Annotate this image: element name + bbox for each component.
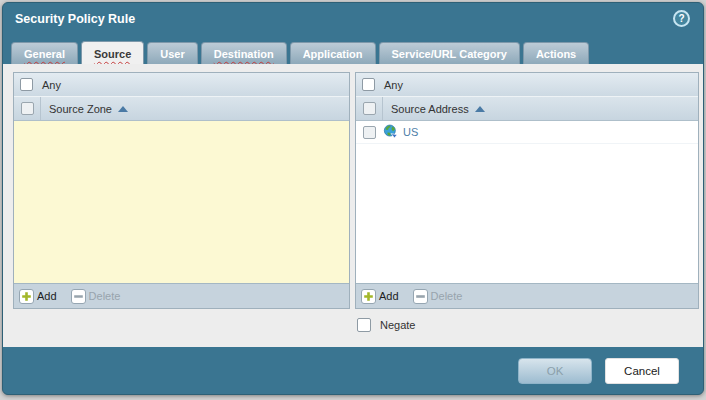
dialog-titlebar: Security Policy Rule ?	[3, 3, 703, 34]
source-zone-add-button[interactable]: Add	[19, 289, 57, 304]
source-address-select-all-cell	[356, 97, 383, 120]
source-zone-add-label: Add	[37, 290, 57, 302]
sort-ascending-icon	[118, 106, 128, 112]
source-address-select-all-checkbox[interactable]	[363, 102, 376, 115]
source-zone-select-all-checkbox[interactable]	[21, 102, 34, 115]
source-zone-column-label: Source Zone	[49, 103, 112, 115]
tab-application[interactable]: Application	[290, 42, 376, 64]
negate-checkbox[interactable]	[357, 318, 371, 332]
tab-general[interactable]: General	[11, 42, 78, 64]
tab-general-label: General	[24, 48, 65, 60]
cancel-button[interactable]: Cancel	[605, 358, 679, 384]
tab-strip: General Source User Destination Applicat…	[3, 34, 703, 64]
source-zone-column-header[interactable]: Source Zone	[41, 97, 128, 120]
tab-destination[interactable]: Destination	[201, 42, 287, 64]
negate-row: Negate	[357, 318, 415, 332]
source-address-row-checkbox-cell	[356, 126, 383, 139]
ok-button-label: OK	[547, 365, 564, 377]
source-address-column-label: Source Address	[391, 103, 469, 115]
tab-source-label: Source	[94, 48, 131, 60]
source-address-add-label: Add	[379, 290, 399, 302]
tab-actions-label: Actions	[536, 48, 576, 60]
negate-label: Negate	[380, 319, 415, 331]
source-address-delete-button[interactable]: Delete	[413, 289, 463, 304]
ok-button[interactable]: OK	[518, 358, 592, 384]
source-address-panel: Any Source Address	[355, 72, 699, 309]
source-zone-any-row: Any	[14, 73, 349, 97]
source-address-header-row: Source Address	[356, 97, 698, 121]
tab-content-source: Any Source Zone Add	[3, 64, 703, 347]
delete-minus-icon	[413, 289, 428, 304]
source-address-row-us[interactable]: US	[356, 121, 698, 144]
tab-user[interactable]: User	[147, 42, 197, 64]
cancel-button-label: Cancel	[624, 365, 660, 377]
tab-service-url-category[interactable]: Service/URL Category	[379, 42, 520, 64]
source-address-delete-label: Delete	[431, 290, 463, 302]
add-plus-icon	[361, 289, 376, 304]
add-plus-icon	[19, 289, 34, 304]
security-policy-rule-dialog: Security Policy Rule ? General Source Us…	[2, 2, 704, 395]
source-address-item-label: US	[403, 126, 418, 138]
help-icon[interactable]: ?	[673, 10, 690, 27]
region-globe-icon	[383, 124, 398, 141]
source-zone-toolbar: Add Delete	[14, 283, 349, 308]
source-zone-panel: Any Source Zone Add	[13, 72, 350, 309]
source-address-any-label: Any	[384, 79, 403, 91]
source-zone-any-checkbox[interactable]	[20, 78, 33, 91]
source-address-add-button[interactable]: Add	[361, 289, 399, 304]
tab-user-label: User	[160, 48, 184, 60]
source-address-us-checkbox[interactable]	[363, 126, 376, 139]
source-zone-any-label: Any	[42, 79, 61, 91]
dialog-footer: OK Cancel	[3, 347, 703, 394]
source-address-toolbar: Add Delete	[356, 283, 698, 308]
source-zone-delete-button[interactable]: Delete	[71, 289, 121, 304]
source-address-any-row: Any	[356, 73, 698, 97]
source-zone-header-row: Source Zone	[14, 97, 349, 121]
tab-destination-label: Destination	[214, 48, 274, 60]
source-address-list[interactable]: US	[356, 121, 698, 283]
tab-actions[interactable]: Actions	[523, 42, 589, 64]
tab-application-label: Application	[303, 48, 363, 60]
delete-minus-icon	[71, 289, 86, 304]
source-zone-delete-label: Delete	[89, 290, 121, 302]
help-glyph: ?	[678, 13, 684, 24]
sort-ascending-icon	[475, 106, 485, 112]
source-address-any-checkbox[interactable]	[362, 78, 375, 91]
source-address-column-header[interactable]: Source Address	[383, 97, 485, 120]
source-zone-select-all-cell	[14, 97, 41, 120]
source-zone-list[interactable]	[14, 121, 349, 283]
tab-service-url-category-label: Service/URL Category	[392, 48, 507, 60]
tab-source[interactable]: Source	[81, 41, 144, 64]
dialog-title: Security Policy Rule	[15, 12, 135, 26]
